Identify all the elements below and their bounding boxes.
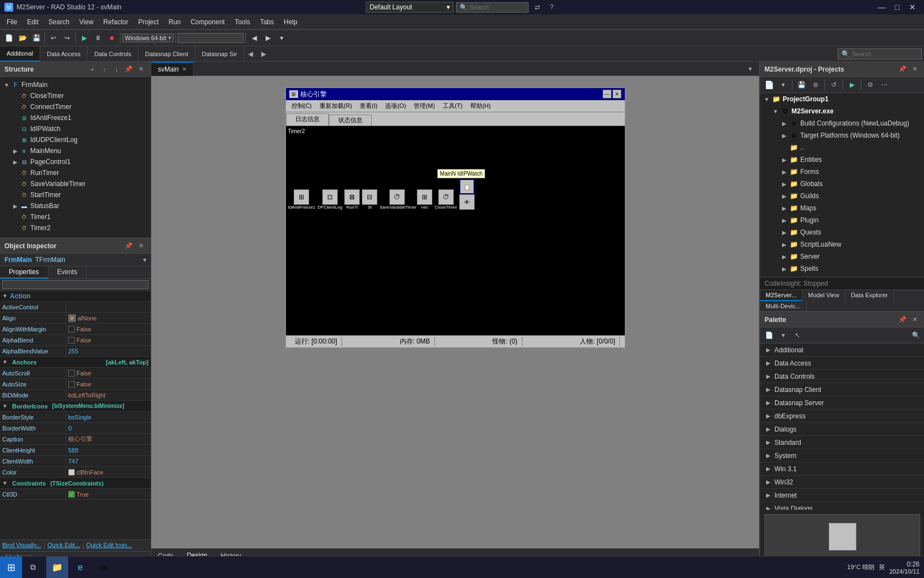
- palette-datasnap-client[interactable]: ▶ Datasnap Client: [760, 383, 924, 396]
- proj-quests-expand[interactable]: ▶: [780, 230, 789, 236]
- close-button[interactable]: ✕: [905, 0, 920, 14]
- proj-server[interactable]: ▶ 📁 Server: [760, 250, 924, 263]
- structure-down-btn[interactable]: ↓: [111, 64, 122, 75]
- inspector-search-input[interactable]: [2, 280, 148, 289]
- comp-st[interactable]: ⊟ St: [362, 189, 377, 210]
- tab-data-access[interactable]: Data Access: [40, 46, 87, 62]
- tab-datasnap-se[interactable]: Datasnap Se: [195, 46, 244, 62]
- proj-spells[interactable]: ▶ 📁 Spells: [760, 263, 924, 275]
- prop-val-alignwithmargin[interactable]: False: [66, 326, 151, 332]
- palette-dbexpress-expand[interactable]: ▶: [765, 413, 772, 419]
- proj-forms-expand[interactable]: ▶: [780, 169, 789, 175]
- tb-nav-back[interactable]: ◀: [248, 31, 261, 45]
- maximize-button[interactable]: □: [890, 0, 904, 14]
- prop-val-borderstyle[interactable]: bsSingle: [66, 414, 151, 421]
- doc-tab-svmain[interactable]: svMain ✕: [151, 62, 194, 76]
- minimize-button[interactable]: —: [875, 0, 889, 14]
- menu-run[interactable]: Run: [164, 15, 185, 29]
- form-tab-log[interactable]: 日志信息: [286, 113, 329, 126]
- palette-close-btn[interactable]: ✕: [909, 314, 920, 325]
- palette-data-controls[interactable]: ▶ Data Controls: [760, 370, 924, 383]
- prop-val-autosize[interactable]: False: [66, 381, 151, 388]
- frmMain-expand[interactable]: ▼: [2, 82, 11, 88]
- proj-tb-refresh[interactable]: ↺: [827, 78, 840, 91]
- proj-build-config[interactable]: ▶ ⚙ Build Configurations (NewLuaDebug): [760, 117, 924, 129]
- form-menu-view[interactable]: 查看(I): [356, 101, 381, 111]
- tree-starttimer[interactable]: ⏱ StartTimer: [0, 189, 151, 200]
- prop-section-action[interactable]: ▼ Action: [0, 291, 151, 302]
- proj-tb-run[interactable]: ▶: [845, 78, 859, 91]
- title-search-box[interactable]: 🔍: [456, 2, 529, 13]
- comp-dpclientlog[interactable]: ⊡ DPClientLog: [317, 189, 342, 210]
- form-menu-options[interactable]: 选项(O): [382, 101, 409, 111]
- statusbar-expand[interactable]: ▶: [11, 203, 20, 209]
- structure-pin-btn[interactable]: 📌: [123, 64, 134, 75]
- proj-group-expand[interactable]: ▼: [762, 96, 771, 102]
- proj-tab-multi-devic[interactable]: Multi-Devic...: [760, 301, 807, 311]
- alignwithmargin-checkbox[interactable]: [68, 326, 75, 332]
- design-canvas[interactable]: ⊞ 核心引擎 — ✕ 控制(C) 重新加载(R) 查看(I) 选项(O) 管理(…: [151, 76, 759, 548]
- projects-close-btn[interactable]: ✕: [909, 64, 920, 75]
- tab-datasnap-client[interactable]: Datasnap Client: [139, 46, 195, 62]
- palette-win32[interactable]: ▶ Win32: [760, 476, 924, 489]
- menu-tabs[interactable]: Tabs: [256, 15, 278, 29]
- tab-data-controls[interactable]: Data Controls: [87, 46, 138, 62]
- prop-section-constraints[interactable]: ▼ Constraints (TSizeConstraints): [0, 478, 151, 489]
- taskbar-browser-edge[interactable]: e: [69, 557, 91, 579]
- palette-data-access[interactable]: ▶ Data Access: [760, 357, 924, 370]
- config-dropdown[interactable]: [178, 33, 244, 43]
- autoscroll-checkbox[interactable]: [68, 370, 75, 377]
- menu-project[interactable]: Project: [134, 15, 163, 29]
- menu-refactor[interactable]: Refactor: [99, 15, 133, 29]
- proj-quests[interactable]: ▶ 📁 Quests: [760, 226, 924, 238]
- structure-new-btn[interactable]: +: [87, 64, 98, 75]
- tree-statusbar[interactable]: ▶ ▬ StatusBar: [0, 200, 151, 211]
- proj-spells-expand[interactable]: ▶: [780, 266, 789, 272]
- comp-mainn[interactable]: 📋: [459, 179, 475, 194]
- form-menu-help[interactable]: 帮助(H): [467, 101, 494, 111]
- palette-dialogs[interactable]: ▶ Dialogs: [760, 423, 924, 436]
- palette-win31[interactable]: ▶ Win 3.1: [760, 462, 924, 476]
- ctl3d-checkbox[interactable]: ✓: [68, 491, 75, 498]
- title-icon-2[interactable]: ?: [545, 1, 558, 14]
- menu-component[interactable]: Component: [186, 15, 229, 29]
- proj-tb-save[interactable]: 💾: [795, 78, 808, 91]
- menu-search[interactable]: Search: [44, 15, 74, 29]
- prop-val-ctl3d[interactable]: ✓ True: [66, 491, 151, 498]
- palette-datasnap-server-expand[interactable]: ▶: [765, 400, 772, 406]
- tb-run[interactable]: ▶: [78, 31, 91, 45]
- quick-edit-btn[interactable]: Quick Edit...: [47, 542, 80, 549]
- palette-win31-expand[interactable]: ▶: [765, 466, 772, 472]
- prop-val-alphablendvalue[interactable]: 255: [66, 348, 151, 355]
- taskview-btn[interactable]: ⧉: [22, 557, 44, 579]
- structure-close-btn[interactable]: ✕: [135, 64, 146, 75]
- tree-pagecontrol1[interactable]: ▶ ⊟ PageControl1: [0, 156, 151, 167]
- form-menu-control[interactable]: 控制(C): [288, 101, 315, 111]
- menu-help[interactable]: Help: [279, 15, 302, 29]
- palette-system[interactable]: ▶ System: [760, 449, 924, 462]
- comp-idantifreeze1[interactable]: ⊞ IdAntiFreeze1: [288, 189, 316, 210]
- inspector-pin-btn[interactable]: 📌: [123, 241, 134, 252]
- proj-plugin[interactable]: ▶ 📁 Plugin: [760, 214, 924, 226]
- tb-pause[interactable]: ⏸: [91, 31, 105, 45]
- tree-timer2[interactable]: ⏱ Timer2: [0, 222, 151, 233]
- menu-view[interactable]: View: [75, 15, 98, 29]
- proj-tab-m2server[interactable]: M2Server...: [760, 290, 802, 301]
- proj-group[interactable]: ▼ 📁 ProjectGroup1: [760, 93, 924, 105]
- prop-val-alphablend[interactable]: False: [66, 337, 151, 343]
- tree-savevariabletimer[interactable]: ⏱ SaveVariableTimer: [0, 178, 151, 189]
- palette-search-btn[interactable]: 🔍: [909, 329, 922, 342]
- tab-properties[interactable]: Properties: [0, 266, 48, 279]
- proj-scriptluanew-expand[interactable]: ▶: [780, 242, 789, 248]
- palette-data-controls-expand[interactable]: ▶: [765, 373, 772, 379]
- proj-guilds-expand[interactable]: ▶: [780, 193, 789, 199]
- projects-pin-btn[interactable]: 📌: [897, 64, 908, 75]
- palette-standard-expand[interactable]: ▶: [765, 439, 772, 445]
- proj-targetplatforms-expand[interactable]: ▶: [780, 133, 789, 139]
- palette-pin-btn[interactable]: 📌: [897, 314, 908, 325]
- tree-idantifreeze1[interactable]: ⊞ IdAntiFreeze1: [0, 112, 151, 123]
- structure-up-btn[interactable]: ↑: [99, 64, 110, 75]
- tb-redo[interactable]: ↪: [61, 31, 74, 45]
- taskbar-explorer[interactable]: 📁: [46, 557, 68, 579]
- palette-vista-dialogs[interactable]: ▶ Vista Dialogs: [760, 502, 924, 510]
